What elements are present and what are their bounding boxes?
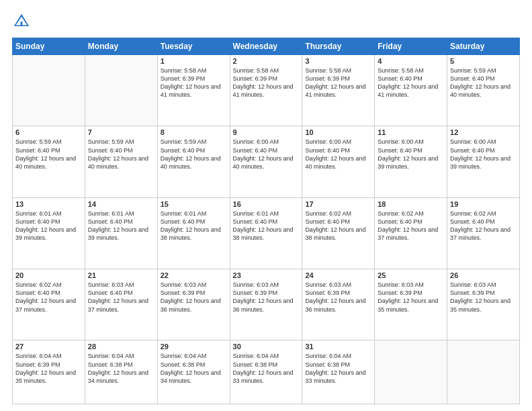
table-row: [85, 55, 157, 126]
table-row: 11Sunrise: 6:00 AM Sunset: 6:40 PM Dayli…: [375, 126, 447, 197]
day-info: Sunrise: 6:03 AM Sunset: 6:39 PM Dayligh…: [305, 281, 371, 314]
table-row: 20Sunrise: 6:02 AM Sunset: 6:40 PM Dayli…: [13, 269, 85, 340]
calendar-week-row: 6Sunrise: 5:59 AM Sunset: 6:40 PM Daylig…: [13, 126, 520, 197]
table-row: 22Sunrise: 6:03 AM Sunset: 6:39 PM Dayli…: [157, 269, 230, 340]
day-number: 22: [161, 271, 227, 279]
day-number: 15: [161, 200, 227, 208]
table-row: 28Sunrise: 6:04 AM Sunset: 6:38 PM Dayli…: [85, 340, 157, 404]
calendar-week-row: 13Sunrise: 6:01 AM Sunset: 6:40 PM Dayli…: [13, 197, 520, 269]
day-number: 26: [450, 271, 517, 279]
day-info: Sunrise: 5:58 AM Sunset: 6:39 PM Dayligh…: [305, 66, 371, 99]
day-info: Sunrise: 6:04 AM Sunset: 6:38 PM Dayligh…: [88, 352, 154, 385]
day-number: 14: [88, 200, 154, 208]
table-row: 1Sunrise: 5:58 AM Sunset: 6:39 PM Daylig…: [157, 55, 230, 126]
table-row: 16Sunrise: 6:01 AM Sunset: 6:40 PM Dayli…: [230, 197, 302, 269]
table-row: 25Sunrise: 6:03 AM Sunset: 6:39 PM Dayli…: [375, 269, 447, 340]
table-row: 29Sunrise: 6:04 AM Sunset: 6:38 PM Dayli…: [157, 340, 230, 404]
table-row: 18Sunrise: 6:02 AM Sunset: 6:40 PM Dayli…: [375, 197, 447, 269]
day-number: 6: [15, 128, 82, 136]
header-monday: Monday: [85, 38, 157, 55]
table-row: 23Sunrise: 6:03 AM Sunset: 6:39 PM Dayli…: [230, 269, 302, 340]
logo-icon: [12, 12, 31, 31]
day-info: Sunrise: 6:02 AM Sunset: 6:40 PM Dayligh…: [15, 281, 82, 314]
day-number: 30: [233, 342, 300, 351]
day-info: Sunrise: 6:04 AM Sunset: 6:38 PM Dayligh…: [305, 352, 371, 385]
header-wednesday: Wednesday: [230, 38, 302, 55]
table-row: 24Sunrise: 6:03 AM Sunset: 6:39 PM Dayli…: [302, 269, 375, 340]
day-info: Sunrise: 6:00 AM Sunset: 6:40 PM Dayligh…: [378, 138, 444, 171]
header-sunday: Sunday: [13, 38, 85, 55]
table-row: 26Sunrise: 6:03 AM Sunset: 6:39 PM Dayli…: [447, 269, 520, 340]
calendar-header-row: Sunday Monday Tuesday Wednesday Thursday…: [13, 38, 520, 55]
day-number: 25: [378, 271, 444, 279]
day-number: 29: [161, 342, 227, 351]
day-info: Sunrise: 6:01 AM Sunset: 6:40 PM Dayligh…: [88, 210, 154, 242]
day-number: 16: [233, 200, 300, 208]
day-info: Sunrise: 6:04 AM Sunset: 6:38 PM Dayligh…: [161, 352, 227, 385]
calendar-week-row: 1Sunrise: 5:58 AM Sunset: 6:39 PM Daylig…: [13, 55, 520, 126]
day-info: Sunrise: 6:02 AM Sunset: 6:40 PM Dayligh…: [305, 210, 371, 242]
day-number: 5: [450, 57, 517, 65]
day-info: Sunrise: 6:03 AM Sunset: 6:39 PM Dayligh…: [450, 281, 517, 314]
table-row: 9Sunrise: 6:00 AM Sunset: 6:40 PM Daylig…: [230, 126, 302, 197]
day-number: 11: [378, 128, 444, 136]
table-row: 17Sunrise: 6:02 AM Sunset: 6:40 PM Dayli…: [302, 197, 375, 269]
day-number: 12: [450, 128, 517, 136]
table-row: 13Sunrise: 6:01 AM Sunset: 6:40 PM Dayli…: [13, 197, 85, 269]
day-info: Sunrise: 6:03 AM Sunset: 6:39 PM Dayligh…: [161, 281, 227, 314]
table-row: 10Sunrise: 6:00 AM Sunset: 6:40 PM Dayli…: [302, 126, 375, 197]
table-row: 3Sunrise: 5:58 AM Sunset: 6:39 PM Daylig…: [302, 55, 375, 126]
day-info: Sunrise: 6:03 AM Sunset: 6:40 PM Dayligh…: [88, 281, 154, 314]
day-number: 20: [15, 271, 82, 279]
table-row: 7Sunrise: 5:59 AM Sunset: 6:40 PM Daylig…: [85, 126, 157, 197]
day-number: 2: [233, 57, 300, 65]
day-info: Sunrise: 6:01 AM Sunset: 6:40 PM Dayligh…: [15, 210, 82, 242]
header-friday: Friday: [375, 38, 447, 55]
day-info: Sunrise: 6:00 AM Sunset: 6:40 PM Dayligh…: [450, 138, 517, 171]
table-row: 30Sunrise: 6:04 AM Sunset: 6:38 PM Dayli…: [230, 340, 302, 404]
table-row: 14Sunrise: 6:01 AM Sunset: 6:40 PM Dayli…: [85, 197, 157, 269]
day-info: Sunrise: 6:04 AM Sunset: 6:39 PM Dayligh…: [15, 352, 82, 385]
day-info: Sunrise: 5:58 AM Sunset: 6:39 PM Dayligh…: [161, 66, 227, 99]
page-header: [12, 12, 520, 31]
day-info: Sunrise: 6:01 AM Sunset: 6:40 PM Dayligh…: [233, 210, 300, 242]
table-row: 8Sunrise: 5:59 AM Sunset: 6:40 PM Daylig…: [157, 126, 230, 197]
table-row: 21Sunrise: 6:03 AM Sunset: 6:40 PM Dayli…: [85, 269, 157, 340]
day-info: Sunrise: 6:00 AM Sunset: 6:40 PM Dayligh…: [233, 138, 300, 171]
table-row: 12Sunrise: 6:00 AM Sunset: 6:40 PM Dayli…: [447, 126, 520, 197]
day-number: 28: [88, 342, 154, 351]
day-number: 4: [378, 57, 444, 65]
day-number: 8: [161, 128, 227, 136]
day-number: 24: [305, 271, 371, 279]
header-thursday: Thursday: [302, 38, 375, 55]
table-row: [447, 340, 520, 404]
day-info: Sunrise: 6:01 AM Sunset: 6:40 PM Dayligh…: [161, 210, 227, 242]
day-info: Sunrise: 6:02 AM Sunset: 6:40 PM Dayligh…: [450, 210, 517, 242]
day-info: Sunrise: 6:02 AM Sunset: 6:40 PM Dayligh…: [378, 210, 444, 242]
table-row: [375, 340, 447, 404]
day-number: 21: [88, 271, 154, 279]
logo: [12, 12, 34, 31]
day-info: Sunrise: 6:03 AM Sunset: 6:39 PM Dayligh…: [378, 281, 444, 314]
table-row: 5Sunrise: 5:59 AM Sunset: 6:40 PM Daylig…: [447, 55, 520, 126]
day-number: 10: [305, 128, 371, 136]
day-number: 3: [305, 57, 371, 65]
day-number: 9: [233, 128, 300, 136]
day-info: Sunrise: 6:03 AM Sunset: 6:39 PM Dayligh…: [233, 281, 300, 314]
table-row: 19Sunrise: 6:02 AM Sunset: 6:40 PM Dayli…: [447, 197, 520, 269]
table-row: 31Sunrise: 6:04 AM Sunset: 6:38 PM Dayli…: [302, 340, 375, 404]
calendar-week-row: 27Sunrise: 6:04 AM Sunset: 6:39 PM Dayli…: [13, 340, 520, 404]
day-number: 13: [15, 200, 82, 208]
table-row: 2Sunrise: 5:58 AM Sunset: 6:39 PM Daylig…: [230, 55, 302, 126]
day-info: Sunrise: 5:58 AM Sunset: 6:40 PM Dayligh…: [378, 66, 444, 99]
table-row: 27Sunrise: 6:04 AM Sunset: 6:39 PM Dayli…: [13, 340, 85, 404]
calendar-week-row: 20Sunrise: 6:02 AM Sunset: 6:40 PM Dayli…: [13, 269, 520, 340]
table-row: 6Sunrise: 5:59 AM Sunset: 6:40 PM Daylig…: [13, 126, 85, 197]
header-saturday: Saturday: [447, 38, 520, 55]
day-number: 19: [450, 200, 517, 208]
day-number: 1: [161, 57, 227, 65]
table-row: 15Sunrise: 6:01 AM Sunset: 6:40 PM Dayli…: [157, 197, 230, 269]
day-info: Sunrise: 6:00 AM Sunset: 6:40 PM Dayligh…: [305, 138, 371, 171]
day-info: Sunrise: 5:58 AM Sunset: 6:39 PM Dayligh…: [233, 66, 300, 99]
day-info: Sunrise: 5:59 AM Sunset: 6:40 PM Dayligh…: [15, 138, 82, 171]
